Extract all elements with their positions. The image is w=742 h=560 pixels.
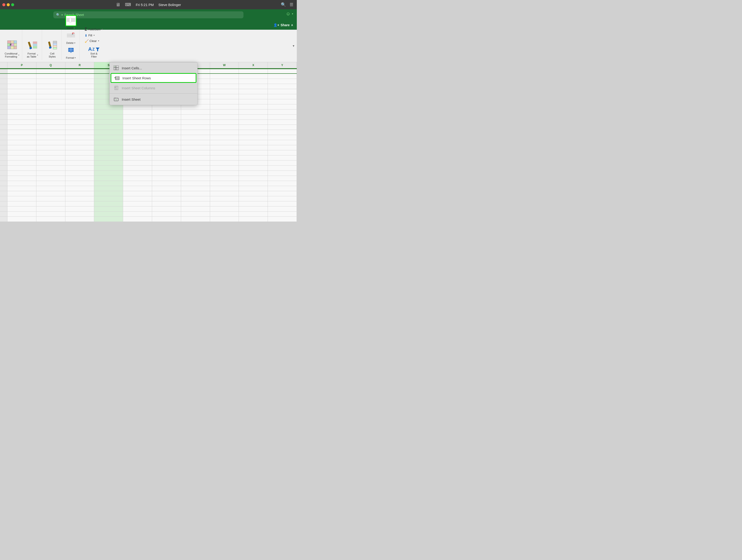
cell-Y7[interactable]	[268, 99, 297, 104]
cell-R8[interactable]	[65, 104, 94, 109]
cell-P14[interactable]	[7, 135, 37, 140]
cell-Q10[interactable]	[37, 115, 65, 119]
cell-R7[interactable]	[65, 99, 94, 104]
cell-X10[interactable]	[239, 115, 268, 119]
col-header-Y[interactable]: Y	[268, 62, 297, 68]
cell-T25[interactable]	[123, 191, 152, 196]
cell-V9[interactable]	[181, 109, 210, 114]
cell-U19[interactable]	[152, 160, 181, 165]
cell-R5[interactable]	[65, 89, 94, 94]
cell-T9[interactable]	[123, 109, 152, 114]
cell-Y4[interactable]	[268, 84, 297, 89]
cell-Y10[interactable]	[268, 115, 297, 119]
cell-Y22[interactable]	[268, 176, 297, 181]
cell-U30[interactable]	[152, 217, 181, 221]
cell-P7[interactable]	[7, 99, 37, 104]
cell-Y9[interactable]	[268, 109, 297, 114]
cell-Y18[interactable]	[268, 155, 297, 160]
close-window-btn[interactable]	[2, 3, 5, 6]
cell-W27[interactable]	[210, 201, 239, 206]
cell-X11[interactable]	[239, 120, 268, 124]
col-header-Q[interactable]: Q	[37, 62, 65, 68]
cell-P27[interactable]	[7, 201, 37, 206]
cell-R30[interactable]	[65, 217, 94, 221]
cell-U8[interactable]	[152, 104, 181, 109]
cell-V20[interactable]	[181, 166, 210, 170]
cell-V15[interactable]	[181, 140, 210, 145]
cell-Y15[interactable]	[268, 140, 297, 145]
cell-Q27[interactable]	[37, 201, 65, 206]
cell-T26[interactable]	[123, 196, 152, 201]
cell-P11[interactable]	[7, 120, 37, 124]
cell-R12[interactable]	[65, 125, 94, 130]
clear-btn[interactable]: 🧹 Clear ▼	[83, 39, 105, 43]
cell-W8[interactable]	[210, 104, 239, 109]
cell-X26[interactable]	[239, 196, 268, 201]
cell-X3[interactable]	[239, 79, 268, 84]
cell-P3[interactable]	[7, 79, 37, 84]
cell-P29[interactable]	[7, 212, 37, 216]
dropdown-insert-sheet-rows[interactable]: Insert Sheet Rows	[111, 73, 196, 83]
cell-S17[interactable]	[94, 150, 123, 155]
cell-Q13[interactable]	[37, 130, 65, 135]
cell-P20[interactable]	[7, 166, 37, 170]
cell-R2[interactable]	[65, 74, 94, 79]
search-icon[interactable]: 🔍	[281, 2, 286, 7]
cell-X8[interactable]	[239, 104, 268, 109]
cell-R4[interactable]	[65, 84, 94, 89]
cell-Q30[interactable]	[37, 217, 65, 221]
cell-S29[interactable]	[94, 212, 123, 216]
cell-T18[interactable]	[123, 155, 152, 160]
cell-Y13[interactable]	[268, 130, 297, 135]
cell-W7[interactable]	[210, 99, 239, 104]
cell-T20[interactable]	[123, 166, 152, 170]
cell-U15[interactable]	[152, 140, 181, 145]
cell-P24[interactable]	[7, 186, 37, 191]
cell-S25[interactable]	[94, 191, 123, 196]
cell-S23[interactable]	[94, 181, 123, 186]
cell-R6[interactable]	[65, 94, 94, 99]
fill-btn[interactable]: ⬇ Fill ▼	[83, 33, 105, 38]
cell-Q15[interactable]	[37, 140, 65, 145]
cell-V18[interactable]	[181, 155, 210, 160]
cell-W23[interactable]	[210, 181, 239, 186]
cell-P30[interactable]	[7, 217, 37, 221]
cell-W30[interactable]	[210, 217, 239, 221]
cell-T13[interactable]	[123, 130, 152, 135]
cell-P25[interactable]	[7, 191, 37, 196]
cell-Y19[interactable]	[268, 160, 297, 165]
cell-R9[interactable]	[65, 109, 94, 114]
cell-W19[interactable]	[210, 160, 239, 165]
cell-R23[interactable]	[65, 181, 94, 186]
cell-T23[interactable]	[123, 181, 152, 186]
cell-P18[interactable]	[7, 155, 37, 160]
cell-X6[interactable]	[239, 94, 268, 99]
cell-P19[interactable]	[7, 160, 37, 165]
dropdown-insert-cells[interactable]: + Insert Cells...	[110, 63, 197, 72]
cell-Q7[interactable]	[37, 99, 65, 104]
cell-U22[interactable]	[152, 176, 181, 181]
cell-U28[interactable]	[152, 206, 181, 211]
cell-P17[interactable]	[7, 150, 37, 155]
cell-P9[interactable]	[7, 109, 37, 114]
cell-S14[interactable]	[94, 135, 123, 140]
cell-Y25[interactable]	[268, 191, 297, 196]
cell-S9[interactable]	[94, 109, 123, 114]
minimize-window-btn[interactable]	[7, 3, 10, 6]
cell-S19[interactable]	[94, 160, 123, 165]
cell-T14[interactable]	[123, 135, 152, 140]
cell-W20[interactable]	[210, 166, 239, 170]
cell-T17[interactable]	[123, 150, 152, 155]
cell-P1[interactable]	[7, 69, 37, 73]
cell-Q2[interactable]	[37, 74, 65, 79]
cell-W6[interactable]	[210, 94, 239, 99]
autosum-btn[interactable]: Σ AutoSum ▼	[83, 27, 105, 32]
cell-T16[interactable]	[123, 145, 152, 150]
cell-T10[interactable]	[123, 115, 152, 119]
cell-Y20[interactable]	[268, 166, 297, 170]
dropdown-insert-sheet[interactable]: + Insert Sheet	[110, 95, 197, 104]
cell-U11[interactable]	[152, 120, 181, 124]
cell-P12[interactable]	[7, 125, 37, 130]
cell-T22[interactable]	[123, 176, 152, 181]
cell-Y11[interactable]	[268, 120, 297, 124]
